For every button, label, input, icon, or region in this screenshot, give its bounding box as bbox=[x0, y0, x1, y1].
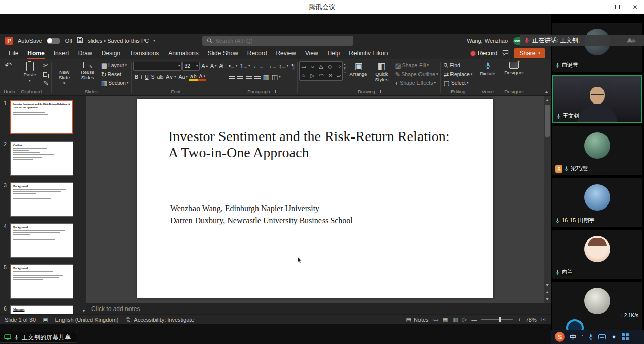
copy-button[interactable] bbox=[42, 70, 50, 78]
change-case-button[interactable]: Aa▾ bbox=[178, 73, 189, 81]
thumbnail-slide-5[interactable]: 5 Background bbox=[0, 264, 86, 299]
record-button[interactable]: Record bbox=[471, 50, 498, 57]
section-button[interactable]: ▦Section▾ bbox=[100, 79, 130, 87]
font-size-select[interactable]: 32▾ bbox=[182, 62, 200, 71]
language-status[interactable]: English (United Kingdom) bbox=[55, 317, 119, 323]
comments-button[interactable] bbox=[502, 49, 509, 58]
reset-button[interactable]: ↻Reset bbox=[100, 70, 130, 78]
zoom-slider[interactable] bbox=[481, 319, 513, 320]
justify-button[interactable] bbox=[253, 73, 262, 81]
dialog-launcher-icon[interactable] bbox=[44, 90, 47, 93]
tab-insert[interactable]: Insert bbox=[49, 47, 74, 59]
tab-slide-show[interactable]: Slide Show bbox=[203, 47, 243, 59]
vertical-scrollbar[interactable]: ▴ ▾ ▴ ▾ bbox=[544, 96, 551, 303]
normal-view-button[interactable]: ▭ bbox=[433, 316, 438, 323]
participant-tile-5[interactable]: 向兰 bbox=[552, 230, 642, 279]
sogou-input-icon[interactable]: S bbox=[555, 332, 565, 342]
thumbnail-slide-1[interactable]: 1 Investor Sentiment and the Risk-Return… bbox=[0, 100, 86, 134]
thumbnail-slide-2[interactable]: 2 Outline bbox=[0, 141, 86, 176]
align-left-button[interactable] bbox=[228, 73, 236, 81]
shape-outline-button[interactable]: ✎Shape Outline▾ bbox=[394, 70, 439, 78]
reading-view-button[interactable]: ▥ bbox=[453, 316, 458, 323]
increase-font-size-button[interactable]: A▴ bbox=[200, 62, 209, 70]
text-direction-button[interactable]: ¶ bbox=[290, 62, 296, 70]
underline-button[interactable]: U bbox=[144, 73, 150, 81]
arrange-button[interactable]: ▣ Arrange bbox=[347, 61, 369, 78]
previous-slide-button[interactable]: ▴ bbox=[544, 288, 551, 295]
scrollbar-thumb[interactable] bbox=[545, 105, 550, 137]
slide-authors-text[interactable]: Wenzhao Wang, Edinburgh Napier Universit… bbox=[170, 202, 353, 227]
tab-transitions[interactable]: Transitions bbox=[125, 47, 164, 59]
convert-smartart-button[interactable]: ◫▾ bbox=[271, 73, 282, 81]
autosave-toggle[interactable] bbox=[47, 38, 60, 44]
participant-tile-2[interactable]: 王文钊 bbox=[552, 75, 642, 123]
align-right-button[interactable] bbox=[245, 73, 253, 81]
increase-indent-button[interactable]: →≡ bbox=[265, 62, 277, 70]
ime-toolbox-icon[interactable] bbox=[622, 333, 629, 340]
dialog-launcher-icon[interactable] bbox=[183, 90, 186, 93]
share-button[interactable]: Share ▾ bbox=[514, 48, 545, 58]
tab-design[interactable]: Design bbox=[97, 47, 125, 59]
undo-button[interactable]: ↶ bbox=[4, 61, 13, 70]
paste-button[interactable]: Paste ▾ bbox=[19, 61, 41, 83]
tab-file[interactable]: File bbox=[4, 47, 23, 59]
strikethrough-button[interactable]: ab bbox=[156, 73, 165, 81]
thumbnail-slide-6[interactable]: 6 Measures bbox=[0, 305, 86, 314]
tab-record[interactable]: Record bbox=[243, 47, 272, 59]
italic-button[interactable]: I bbox=[140, 73, 143, 81]
slide-title-text[interactable]: Investor Sentiment and the Risk-Return R… bbox=[168, 128, 468, 161]
next-slide-button[interactable]: ▾ bbox=[544, 295, 551, 302]
quick-styles-button[interactable]: ◧ Quick Styles bbox=[370, 61, 393, 83]
slide-sorter-view-button[interactable]: ▦ bbox=[443, 316, 448, 323]
text-shadow-button[interactable]: S bbox=[150, 73, 156, 81]
tab-review[interactable]: Review bbox=[271, 47, 300, 59]
ime-settings-icon[interactable]: ✦ bbox=[611, 334, 617, 340]
fit-to-window-button[interactable]: ⊡ bbox=[541, 316, 546, 323]
line-spacing-button[interactable]: ↕≡▾ bbox=[278, 62, 290, 70]
bullets-button[interactable]: •≡▾ bbox=[228, 62, 239, 70]
replace-button[interactable]: ⇄Replace▾ bbox=[442, 70, 473, 78]
decrease-font-size-button[interactable]: A▾ bbox=[209, 62, 218, 70]
close-button[interactable]: ✕ bbox=[626, 0, 644, 14]
new-slide-button[interactable]: New Slide ▾ bbox=[53, 61, 76, 86]
align-center-button[interactable] bbox=[236, 73, 244, 81]
character-spacing-button[interactable]: A∨▾ bbox=[165, 73, 177, 81]
dialog-launcher-icon[interactable] bbox=[378, 90, 381, 93]
gallery-scroll[interactable]: ▴▾≡ bbox=[344, 61, 346, 75]
participant-tile-1[interactable]: 曲诞誉 bbox=[552, 23, 642, 72]
save-button[interactable] bbox=[77, 36, 83, 45]
tab-view[interactable]: View bbox=[301, 47, 323, 59]
slide-canvas[interactable]: Investor Sentiment and the Risk-Return R… bbox=[86, 96, 551, 303]
zoom-out-button[interactable]: — bbox=[471, 317, 477, 323]
zoom-in-button[interactable]: + bbox=[518, 317, 521, 323]
layout-button[interactable]: ▤Layout▾ bbox=[100, 61, 130, 70]
clear-formatting-button[interactable]: A̸ bbox=[218, 62, 224, 70]
scroll-up-icon[interactable]: ▴ bbox=[544, 96, 551, 104]
shape-effects-button[interactable]: ◐Shape Effects▾ bbox=[394, 79, 439, 87]
scroll-down-icon[interactable]: ▾ bbox=[544, 281, 551, 288]
slideshow-button[interactable]: ▷ bbox=[463, 316, 467, 323]
thumbnail-slide-3[interactable]: 3 Background bbox=[0, 182, 86, 217]
bold-button[interactable]: B bbox=[133, 73, 139, 81]
numbering-button[interactable]: 1≡▾ bbox=[239, 62, 251, 70]
shape-fill-button[interactable]: ▨Shape Fill▾ bbox=[394, 61, 439, 70]
participant-tile-6[interactable]: ↑ 2.1K/s bbox=[552, 282, 642, 330]
thumbnails-scroll-down-button[interactable]: ▾ bbox=[83, 308, 85, 313]
zoom-level[interactable]: 78% bbox=[526, 317, 537, 323]
punctuation-toggle[interactable]: ’ bbox=[582, 334, 583, 340]
tab-refinitiv-eikon[interactable]: Refinitiv Eikon bbox=[344, 47, 392, 59]
keyboard-icon[interactable] bbox=[598, 334, 606, 339]
select-button[interactable]: ▢Select▾ bbox=[442, 79, 473, 87]
user-name[interactable]: Wang, Wenzhao bbox=[467, 38, 508, 44]
font-color-button[interactable]: A▾ bbox=[198, 73, 207, 81]
screen-share-indicator[interactable]: 王文钊的屏幕共享 bbox=[0, 332, 77, 343]
tab-animations[interactable]: Animations bbox=[164, 47, 203, 59]
voice-input-icon[interactable] bbox=[588, 334, 593, 340]
chevron-down-icon[interactable]: ▾ bbox=[153, 39, 155, 43]
cut-button[interactable]: ✂ bbox=[42, 61, 50, 70]
search-input[interactable] bbox=[215, 38, 349, 44]
tab-draw[interactable]: Draw bbox=[74, 47, 97, 59]
tab-home[interactable]: Home bbox=[23, 47, 49, 59]
notes-pane[interactable]: Click to add notes bbox=[86, 303, 551, 314]
maximize-button[interactable] bbox=[608, 0, 626, 14]
